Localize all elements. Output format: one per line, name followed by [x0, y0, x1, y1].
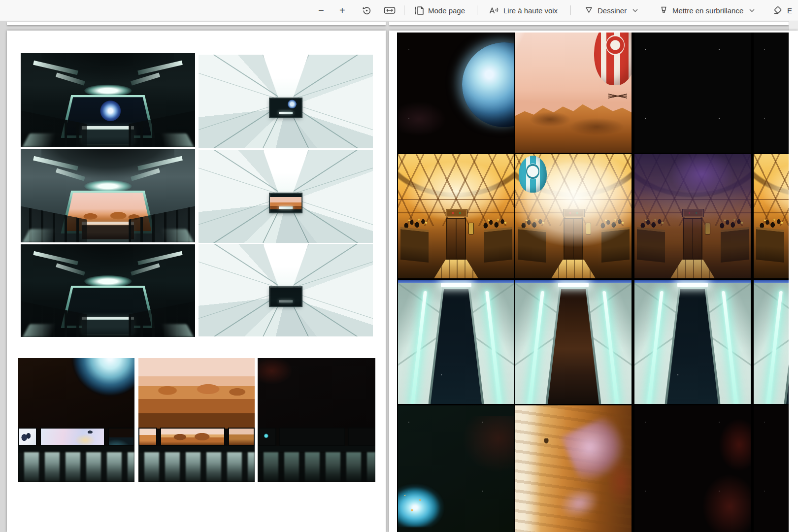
- rotate-icon: [362, 6, 371, 15]
- artwork-white-corridor-canyon-view: [199, 150, 373, 243]
- highlight-button[interactable]: Mettre en surbrillance: [659, 0, 755, 21]
- page-mode-label: Mode page: [428, 6, 465, 15]
- plus-icon: +: [339, 5, 345, 16]
- artwork-white-corridor-planet-view: [199, 55, 373, 148]
- minus-icon: −: [318, 5, 324, 16]
- artwork-monolith-door-stars-2: [634, 280, 751, 404]
- toolbar-separator: [477, 5, 477, 15]
- artwork-space-blue-planet: [398, 33, 514, 153]
- artwork-spaceship-atrium-window-canyon: [21, 149, 195, 242]
- draw-label: Dessiner: [598, 6, 627, 15]
- artwork-starfield: [634, 33, 751, 153]
- fit-width-button[interactable]: [384, 0, 396, 21]
- artwork-white-corridor-dark-view: [199, 244, 373, 336]
- page-mode-button[interactable]: Mode page: [414, 0, 465, 21]
- zoom-out-button[interactable]: −: [318, 0, 324, 21]
- erase-button[interactable]: E: [772, 0, 792, 21]
- artwork-starfield-partial: [754, 33, 789, 153]
- artwork-canyon-wall-closeup: [515, 405, 632, 532]
- read-aloud-icon: [489, 6, 499, 15]
- page-mode-icon: [414, 6, 424, 15]
- image-grid-background: [397, 33, 789, 532]
- artwork-spaceship-atrium-window-dark: [21, 244, 195, 337]
- artwork-monolith-door-brown: [515, 280, 632, 404]
- chevron-down-icon[interactable]: [749, 9, 755, 12]
- chevron-down-icon[interactable]: [632, 9, 638, 12]
- highlight-label: Mettre en surbrillance: [672, 6, 743, 15]
- artwork-monolith-door-stars: [398, 280, 514, 404]
- toolbar-separator: [570, 5, 571, 15]
- artwork-greenhouse-bright-balloon: [515, 154, 632, 278]
- pdf-toolbar: − + Mode page Lire à haute voix Dessiner…: [0, 0, 798, 21]
- eraser-icon: [772, 5, 783, 15]
- previous-page-edge: [389, 22, 789, 25]
- artwork-cockpit-planet-above: [18, 358, 134, 482]
- highlighter-icon: [659, 6, 668, 15]
- artwork-spaceship-atrium-window-planet: [21, 53, 195, 147]
- draw-button[interactable]: Dessiner: [584, 0, 638, 21]
- read-aloud-button[interactable]: Lire à haute voix: [489, 0, 558, 21]
- artwork-canyon-hot-air-balloon: [515, 33, 632, 153]
- artwork-greenhouse-partial: [754, 154, 789, 278]
- pdf-page-left: 62: [7, 31, 386, 532]
- artwork-greenhouse-night-purple: [634, 154, 751, 278]
- fit-width-icon: [384, 6, 396, 15]
- previous-page-edge: [7, 22, 386, 25]
- artwork-monolith-door-partial: [754, 280, 789, 404]
- artwork-cockpit-dark: [258, 358, 375, 482]
- toolbar-separator: [404, 5, 404, 15]
- artwork-dark-partial: [754, 405, 789, 532]
- artwork-cockpit-canyon-view: [138, 358, 255, 482]
- pdf-page-right: [389, 31, 798, 532]
- pen-icon: [584, 6, 594, 15]
- erase-label: E: [787, 6, 792, 15]
- artwork-dark-red-shapes: [634, 405, 751, 532]
- rotate-button[interactable]: [362, 0, 371, 21]
- artwork-greenhouse-golden: [398, 154, 514, 278]
- read-aloud-label: Lire à haute voix: [503, 6, 558, 15]
- artwork-nebula-burst-dark: [398, 405, 514, 532]
- zoom-in-button[interactable]: +: [339, 0, 345, 21]
